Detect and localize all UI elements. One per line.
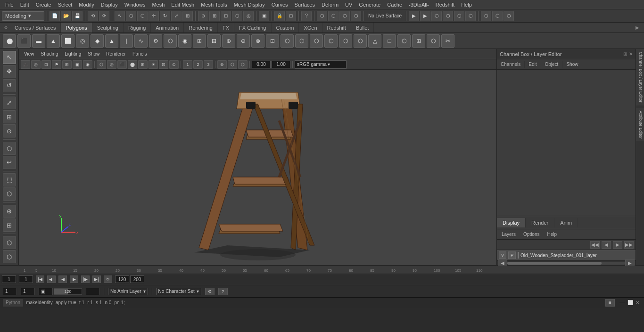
current-frame-display[interactable]: 1: [3, 288, 17, 295]
menu-help[interactable]: Help: [458, 1, 475, 8]
taskbar-maximize-btn[interactable]: ⬜: [627, 300, 633, 305]
viewport-shading-menu[interactable]: Shading: [39, 51, 61, 57]
shelf-icon-separate[interactable]: ⊗: [251, 34, 264, 48]
loop-btn[interactable]: ↻: [104, 275, 112, 283]
render-btn2[interactable]: ▶: [420, 11, 430, 21]
timeline-ruler[interactable]: 1 5 10 15 20 25 30 35 40 45 50 55 60 65 …: [0, 266, 644, 274]
open-file-btn[interactable]: 📂: [61, 11, 71, 21]
object-tab[interactable]: Object: [541, 61, 563, 68]
scale-btn[interactable]: ⤢: [171, 11, 182, 21]
viewport-canvas[interactable]: persp x y z: [19, 70, 496, 265]
vit-bkg-btn[interactable]: ⬡: [238, 60, 248, 69]
vit-grid-btn[interactable]: ⊞: [62, 60, 72, 69]
rotate-btn[interactable]: ↻: [160, 11, 170, 21]
vit-film-btn[interactable]: ◎: [31, 60, 41, 69]
layer-scroll-track[interactable]: [507, 262, 625, 265]
vit-shadow-btn[interactable]: ⊡: [159, 60, 168, 69]
end-frame-display[interactable]: [86, 288, 100, 295]
shelf-tab-fx-caching[interactable]: FX Caching: [234, 23, 271, 32]
menu-display[interactable]: Display: [98, 1, 121, 8]
viewport-renderer-menu[interactable]: Renderer: [104, 51, 128, 57]
extra-btn3[interactable]: ⬡: [504, 11, 514, 21]
vit-3-btn[interactable]: 3: [204, 60, 213, 69]
shelf-icon-torus[interactable]: ◎: [76, 34, 89, 48]
shelf-icon-smooth[interactable]: ⬡: [324, 34, 338, 48]
current-frame-field[interactable]: 1: [2, 275, 16, 283]
shelf-icon-pipe[interactable]: |: [120, 34, 133, 48]
vit-cam-x[interactable]: 0.00: [252, 61, 271, 68]
move-tool-btn[interactable]: ✥: [3, 65, 16, 78]
vit-isolate-btn[interactable]: ◉: [83, 60, 92, 69]
layer-row[interactable]: V P Old_Wooden_Stepladder_001_layer: [497, 250, 636, 260]
menu-cache[interactable]: Cache: [384, 1, 405, 8]
vit-gamma-dropdown[interactable]: sRGB gamma ▾: [295, 60, 347, 69]
menu-curves[interactable]: Curves: [268, 1, 291, 8]
layer-back-btn[interactable]: ◀◀: [590, 241, 600, 249]
play-back-btn[interactable]: ◀: [58, 275, 67, 283]
menu-redshift[interactable]: Redshift: [432, 1, 458, 8]
layer-visibility-btn[interactable]: V: [499, 251, 506, 259]
shelf-icon-pyramid[interactable]: ▲: [105, 34, 118, 48]
script-editor-btn[interactable]: ≡: [605, 299, 615, 307]
save-file-btn[interactable]: 💾: [72, 11, 83, 21]
input3-btn[interactable]: ⬡: [339, 11, 350, 21]
vit-flat-btn[interactable]: ⬛: [117, 60, 127, 69]
vit-cam-y[interactable]: 1.00: [272, 61, 290, 68]
snap2-btn[interactable]: ⊞: [209, 11, 220, 21]
sub-frame-display[interactable]: 1: [21, 288, 35, 295]
vit-light-btn[interactable]: ☀: [149, 60, 158, 69]
render-btn5[interactable]: ⬡: [454, 11, 464, 21]
lock-btn[interactable]: 🔒: [274, 11, 285, 21]
layer-scrollbar[interactable]: ◀ ▶: [497, 260, 636, 265]
help-btn[interactable]: ?: [301, 11, 312, 21]
extra-btn1[interactable]: ⬡: [481, 11, 491, 21]
shelf-icon-gear[interactable]: ⚙: [149, 34, 162, 48]
menu-surfaces[interactable]: Surfaces: [291, 1, 318, 8]
menu-file[interactable]: File: [2, 1, 17, 8]
channels-tab[interactable]: Channels: [497, 61, 525, 68]
taskbar-minimize-btn[interactable]: —: [619, 300, 625, 306]
vit-aim-btn[interactable]: ⊡: [41, 60, 51, 69]
shelf-tab-curves-surfaces[interactable]: Curves / Surfaces: [10, 23, 61, 32]
input1-btn[interactable]: ⬡: [317, 11, 327, 21]
render-btn6[interactable]: ⬡: [465, 11, 476, 21]
input2-btn[interactable]: ⬡: [328, 11, 339, 21]
viewport-show-menu[interactable]: Show: [85, 51, 102, 57]
shelf-tab-bullet[interactable]: Bullet: [351, 23, 374, 32]
shelf-icon-bool[interactable]: ⬡: [310, 34, 323, 48]
options-subtab[interactable]: Options: [520, 231, 542, 237]
marquee-btn[interactable]: ⬚: [3, 173, 16, 186]
snap3-btn[interactable]: ⊡: [221, 11, 231, 21]
menu-generate[interactable]: Generate: [355, 1, 384, 8]
shelf-icon-prism[interactable]: ◆: [91, 34, 104, 48]
taskbar-close-btn[interactable]: ✕: [636, 300, 639, 305]
render-tab[interactable]: Render: [526, 218, 554, 227]
shelf-tab-polygons[interactable]: Polygons: [61, 23, 92, 32]
prev-frame-btn[interactable]: ◀|: [47, 275, 56, 283]
mode-dropdown[interactable]: Modeling ▾: [2, 11, 44, 21]
range-start-field[interactable]: 1: [19, 275, 33, 283]
shelf-tab-redshift[interactable]: Redshift: [322, 23, 351, 32]
shelf-icon-append[interactable]: ⊕: [222, 34, 235, 48]
panel-close-btn[interactable]: ✕: [629, 51, 633, 57]
new-file-btn[interactable]: 📄: [50, 11, 60, 21]
shelf-icon-mirror[interactable]: ⬡: [339, 34, 352, 48]
snap4-btn[interactable]: ⬡: [232, 11, 242, 21]
layer-next-btn[interactable]: ▶: [613, 241, 622, 249]
char-set-options-btn[interactable]: ⚙: [205, 288, 215, 295]
display-tab[interactable]: Display: [497, 218, 526, 227]
shelf-tab-rigging[interactable]: Rigging: [124, 23, 151, 32]
shelf-icon-helix[interactable]: ∿: [134, 34, 148, 48]
shelf-icon-bridge[interactable]: ⬡: [281, 34, 294, 48]
channel-box-side-tab[interactable]: Channel Box / Layer Editor: [636, 49, 644, 106]
shelf-scroll-right[interactable]: ▶: [633, 25, 642, 30]
shelf-tab-animation[interactable]: Animation: [151, 23, 184, 32]
shelf-icon-sphere[interactable]: ⬤: [3, 34, 16, 48]
no-char-set-dropdown[interactable]: No Character Set ▾: [156, 288, 201, 295]
vit-wire-btn[interactable]: ⬡: [97, 60, 106, 69]
layer-scroll-thumb[interactable]: [507, 262, 602, 265]
shelf-icon-grid[interactable]: ⊞: [193, 34, 206, 48]
no-anim-layer-dropdown[interactable]: No Anim Layer ▾: [108, 288, 148, 295]
menu-mesh-display[interactable]: Mesh Display: [231, 1, 268, 8]
edit-tab[interactable]: Edit: [525, 61, 541, 68]
